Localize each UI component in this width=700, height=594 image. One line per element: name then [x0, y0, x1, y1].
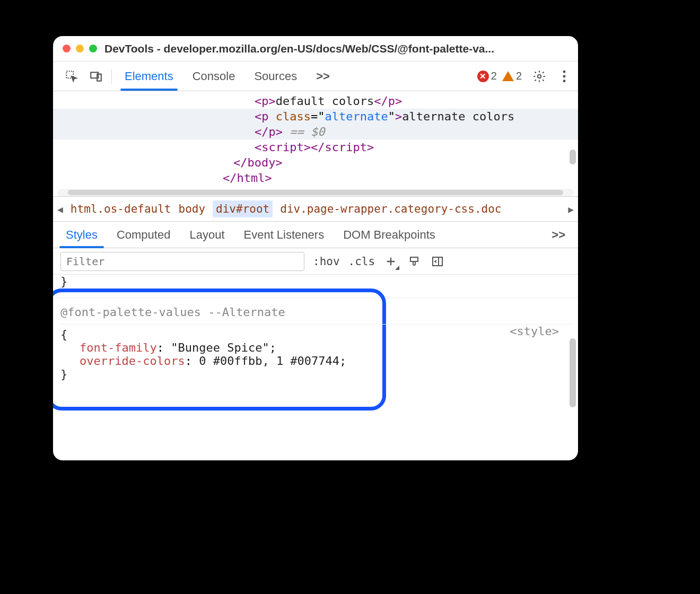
styles-tabbar: Styles Computed Layout Event Listeners D…: [53, 222, 578, 248]
svg-rect-7: [410, 257, 418, 261]
tabs-overflow-button[interactable]: >>: [307, 62, 339, 91]
stabs-overflow-button[interactable]: >>: [542, 222, 575, 248]
prev-rule-close-brace: }: [60, 275, 571, 288]
traffic-lights: [63, 45, 97, 53]
dom-tree-line[interactable]: </body>: [53, 155, 578, 170]
breadcrumb-item[interactable]: html.os-default: [71, 203, 171, 215]
warnings-badge[interactable]: 2: [502, 70, 522, 82]
dom-breadcrumb: ◀ html.os-default body div#root div.page…: [53, 196, 578, 222]
dom-vertical-scrollbar[interactable]: [570, 91, 576, 196]
css-declaration[interactable]: override-colors: 0 #00ffbb, 1 #007744;: [60, 354, 571, 368]
dom-tree-line[interactable]: </p> == $0: [53, 124, 578, 139]
rule-open-brace: {: [60, 328, 571, 341]
stab-computed[interactable]: Computed: [107, 222, 180, 248]
maximize-window-button[interactable]: [89, 45, 97, 53]
dom-tree-line[interactable]: <script></script>: [53, 139, 578, 155]
stab-styles[interactable]: Styles: [56, 222, 107, 248]
svg-point-3: [538, 74, 541, 78]
errors-count: 2: [491, 70, 497, 82]
rule-close-brace: }: [60, 368, 571, 381]
css-declaration[interactable]: font-family: "Bungee Spice";: [60, 341, 571, 354]
styles-pane[interactable]: } @font-palette-values --Alternate <styl…: [53, 275, 578, 460]
errors-badge[interactable]: ✕ 2: [477, 70, 497, 82]
stab-event-listeners[interactable]: Event Listeners: [234, 222, 334, 248]
hov-toggle[interactable]: :hov: [313, 255, 340, 268]
breadcrumb-right-arrow[interactable]: ▶: [568, 204, 574, 215]
new-style-rule-icon[interactable]: [383, 254, 398, 269]
minimize-window-button[interactable]: [76, 45, 84, 53]
dom-horizontal-scrollbar[interactable]: [57, 189, 574, 196]
error-icon: ✕: [477, 71, 489, 82]
inspect-element-icon[interactable]: [59, 69, 84, 83]
stab-dom-breakpoints[interactable]: DOM Breakpoints: [334, 222, 445, 248]
devtools-window: DevTools - developer.mozilla.org/en-US/d…: [53, 36, 578, 460]
dom-tree-line[interactable]: <p class="alternate">alternate colors: [53, 109, 578, 124]
window-title: DevTools - developer.mozilla.org/en-US/d…: [104, 42, 568, 55]
svg-point-5: [563, 75, 566, 77]
tab-elements[interactable]: Elements: [115, 62, 183, 91]
svg-point-6: [563, 80, 566, 82]
breadcrumb-item[interactable]: body: [179, 203, 206, 215]
paint-brush-icon[interactable]: [407, 254, 422, 269]
tab-console[interactable]: Console: [183, 62, 245, 91]
warnings-count: 2: [516, 70, 522, 82]
cls-toggle[interactable]: .cls: [348, 255, 375, 268]
settings-icon[interactable]: [527, 69, 552, 83]
warning-icon: [502, 71, 514, 81]
rule-source-link[interactable]: <style>: [510, 325, 559, 338]
css-property-value[interactable]: 0 #00ffbb, 1 #007744;: [199, 354, 346, 368]
styles-vertical-scrollbar[interactable]: [570, 275, 576, 460]
toggle-sidebar-icon[interactable]: [430, 254, 445, 269]
more-menu-icon[interactable]: [557, 69, 572, 83]
dom-tree-panel[interactable]: <p>default colors</p><p class="alternate…: [53, 91, 578, 196]
window-titlebar: DevTools - developer.mozilla.org/en-US/d…: [53, 36, 578, 62]
tab-sources[interactable]: Sources: [244, 62, 307, 91]
breadcrumb-item[interactable]: div.page-wrapper.category-css.doc: [280, 203, 501, 215]
dom-tree-line[interactable]: </html>: [53, 170, 578, 186]
css-property-value[interactable]: "Bungee Spice";: [171, 341, 276, 354]
dom-tree-line[interactable]: <p>default colors</p>: [53, 93, 578, 109]
stab-layout[interactable]: Layout: [180, 222, 234, 248]
panel-tabs: Elements Console Sources >>: [115, 62, 339, 91]
svg-point-4: [563, 70, 566, 73]
styles-filter-input[interactable]: [60, 252, 304, 271]
css-property-name[interactable]: override-colors: [80, 354, 185, 368]
styles-filterbar: :hov .cls: [53, 248, 578, 275]
breadcrumb-left-arrow[interactable]: ◀: [57, 204, 63, 215]
rule-selector-header[interactable]: @font-palette-values --Alternate: [60, 298, 571, 324]
main-toolbar: Elements Console Sources >> ✕ 2 2: [53, 62, 578, 91]
breadcrumb-item-selected[interactable]: div#root: [213, 200, 273, 217]
toolbar-separator: [111, 69, 112, 84]
close-window-button[interactable]: [63, 45, 71, 53]
css-property-name[interactable]: font-family: [80, 341, 157, 354]
device-toggle-icon[interactable]: [84, 69, 108, 83]
